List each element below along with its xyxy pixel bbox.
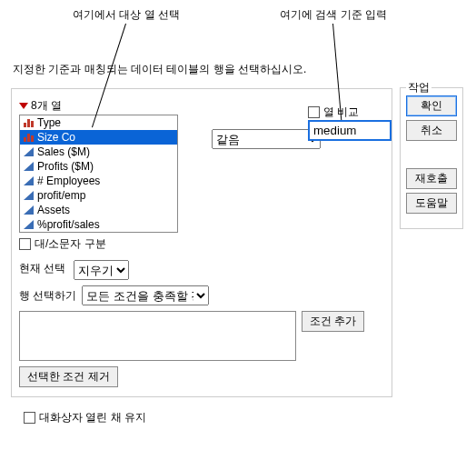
columns-header: 8개 열: [31, 98, 62, 114]
cancel-button[interactable]: 취소: [406, 120, 457, 141]
row-select-dropdown[interactable]: 모든 조건을 충족할 경우: [82, 285, 209, 305]
column-item[interactable]: Assets: [20, 203, 177, 217]
column-item-label: Assets: [37, 204, 70, 216]
column-item-label: Size Co: [37, 131, 75, 144]
continuous-column-icon: [24, 205, 34, 215]
instruction-text: 지정한 기준과 매칭되는 데이터 테이블의 행을 선택하십시오.: [13, 62, 463, 77]
nominal-column-icon: [24, 134, 34, 142]
remove-condition-button[interactable]: 선택한 조건 제거: [19, 366, 118, 387]
row-select-label: 행 선택하기: [19, 288, 76, 304]
keep-open-label: 대화상자 열린 채 유지: [39, 410, 146, 425]
column-item-label: %profit/sales: [37, 218, 100, 231]
ok-button[interactable]: 확인: [406, 95, 457, 116]
column-item[interactable]: %profit/sales: [20, 217, 177, 232]
column-item[interactable]: Type: [20, 115, 177, 130]
column-compare-checkbox[interactable]: [308, 106, 320, 118]
column-item[interactable]: Profits ($M): [20, 159, 177, 174]
continuous-column-icon: [24, 162, 34, 171]
continuous-column-icon: [24, 176, 34, 185]
clear-selection-dropdown[interactable]: 지우기: [74, 260, 129, 280]
column-item-label: Type: [37, 116, 61, 129]
nominal-column-icon: [24, 119, 34, 127]
column-item-label: # Employees: [37, 175, 100, 187]
annotation-left: 여기에서 대상 열 선택: [73, 7, 180, 23]
column-item-label: Sales ($M): [37, 145, 90, 158]
column-item[interactable]: Size Co: [20, 130, 177, 145]
annotation-right: 여기에 검색 기준 입력: [280, 7, 387, 23]
add-condition-button[interactable]: 조건 추가: [302, 311, 364, 332]
case-sensitive-checkbox[interactable]: [19, 238, 31, 250]
recall-button[interactable]: 재호출: [406, 168, 457, 189]
operator-dropdown[interactable]: 같음: [212, 129, 321, 149]
case-sensitive-label: 대/소문자 구분: [35, 236, 106, 252]
help-button[interactable]: 도움말: [406, 193, 457, 214]
column-compare-label: 열 비교: [323, 105, 359, 120]
continuous-column-icon: [24, 220, 34, 229]
columns-dropdown-icon[interactable]: [19, 103, 28, 109]
column-item-label: Profits ($M): [37, 160, 94, 173]
conditions-textarea[interactable]: [19, 311, 296, 361]
continuous-column-icon: [24, 147, 34, 156]
compare-value-input[interactable]: [308, 120, 392, 141]
column-item-label: profit/emp: [37, 189, 85, 202]
action-panel: 작업 확인 취소 재호출 도움말: [400, 87, 463, 229]
continuous-column-icon: [24, 191, 34, 200]
column-item[interactable]: # Employees: [20, 174, 177, 188]
column-list[interactable]: TypeSize CoSales ($M)Profits ($M)# Emplo…: [19, 115, 178, 233]
keep-open-checkbox[interactable]: [24, 412, 35, 424]
action-panel-legend: 작업: [406, 80, 431, 95]
column-item[interactable]: Sales ($M): [20, 145, 177, 159]
column-item[interactable]: profit/emp: [20, 188, 177, 203]
